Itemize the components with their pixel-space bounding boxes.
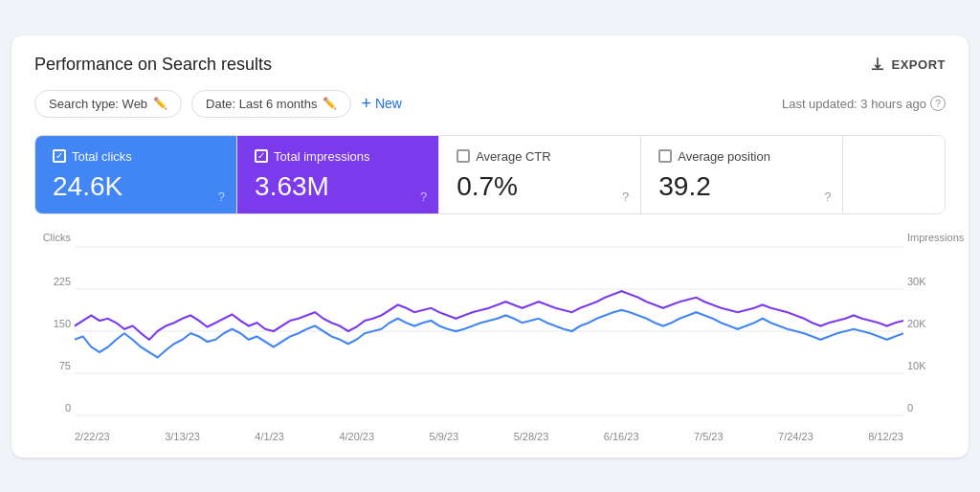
export-icon [869, 56, 886, 73]
x-label-0: 2/22/23 [75, 431, 110, 442]
plus-icon: + [361, 95, 371, 112]
y-axis-left: Clicks 225 150 75 0 [34, 232, 71, 414]
main-card: Performance on Search results EXPORT Sea… [11, 35, 969, 458]
x-labels: 2/22/23 3/13/23 4/1/23 4/20/23 5/9/23 5/… [75, 431, 903, 442]
y-left-title: Clicks [43, 232, 71, 243]
help-icon: ? [930, 96, 946, 111]
position-help-icon[interactable]: ? [824, 190, 831, 204]
impressions-checkbox[interactable] [255, 149, 268, 163]
chart-svg [75, 247, 903, 415]
metric-position[interactable]: Average position 39.2 ? [641, 136, 843, 213]
last-updated: Last updated: 3 hours ago ? [782, 96, 946, 111]
metrics-row: Total clicks 24.6K ? Total impressions 3… [34, 135, 946, 214]
position-checkbox[interactable] [658, 149, 672, 163]
x-label-7: 7/5/23 [694, 431, 724, 442]
search-type-edit-icon: ✏️ [153, 97, 167, 110]
date-edit-icon: ✏️ [323, 97, 337, 110]
y-axis-right: Impressions 30K 20K 10K 0 [907, 232, 946, 414]
x-label-5: 5/28/23 [514, 431, 549, 442]
x-label-3: 4/20/23 [339, 431, 374, 442]
x-label-1: 3/13/23 [165, 431, 200, 442]
x-label-9: 8/12/23 [868, 431, 903, 442]
metric-impressions[interactable]: Total impressions 3.63M ? [237, 136, 439, 213]
y-left-225: 225 [54, 276, 71, 287]
y-left-0: 0 [65, 402, 71, 414]
filter-bar: Search type: Web ✏️ Date: Last 6 months … [34, 90, 946, 118]
clicks-value: 24.6K [53, 171, 219, 202]
clicks-label: Total clicks [72, 149, 132, 164]
y-left-75: 75 [59, 360, 71, 371]
y-right-10k: 10K [907, 360, 926, 371]
ctr-value: 0.7% [457, 171, 623, 202]
y-right-0: 0 [907, 402, 913, 414]
date-filter[interactable]: Date: Last 6 months ✏️ [191, 90, 351, 118]
metric-ctr[interactable]: Average CTR 0.7% ? [439, 136, 641, 213]
search-type-label: Search type: Web [49, 97, 147, 111]
metric-ctr-header: Average CTR [457, 149, 623, 164]
metric-position-header: Average position [658, 149, 825, 164]
position-label: Average position [678, 149, 770, 164]
chart-area: Clicks 225 150 75 0 Impressions 30K 20K … [34, 232, 946, 442]
clicks-help-icon[interactable]: ? [218, 190, 225, 204]
metric-impressions-header: Total impressions [255, 149, 421, 164]
position-value: 39.2 [658, 171, 825, 202]
metric-clicks-header: Total clicks [53, 149, 219, 164]
last-updated-text: Last updated: 3 hours ago [782, 97, 926, 111]
new-label: New [375, 96, 402, 111]
ctr-help-icon[interactable]: ? [622, 190, 629, 204]
impressions-help-icon[interactable]: ? [420, 190, 427, 204]
x-label-8: 7/24/23 [778, 431, 813, 442]
x-label-6: 6/16/23 [604, 431, 639, 442]
ctr-checkbox[interactable] [457, 149, 470, 163]
impressions-line [75, 291, 903, 340]
page-title: Performance on Search results [34, 55, 272, 75]
clicks-checkbox[interactable] [53, 149, 66, 163]
export-label: EXPORT [892, 57, 946, 72]
ctr-label: Average CTR [476, 149, 551, 164]
date-label: Date: Last 6 months [206, 97, 317, 111]
top-bar: Performance on Search results EXPORT [34, 55, 946, 75]
metric-empty [843, 136, 945, 213]
impressions-value: 3.63M [255, 171, 421, 202]
y-left-150: 150 [54, 318, 71, 329]
x-label-4: 5/9/23 [430, 431, 459, 442]
y-right-20k: 20K [907, 318, 926, 329]
new-button[interactable]: + New [361, 95, 402, 112]
search-type-filter[interactable]: Search type: Web ✏️ [34, 90, 182, 118]
export-button[interactable]: EXPORT [869, 56, 946, 73]
chart-inner [75, 247, 903, 415]
x-label-2: 4/1/23 [255, 431, 284, 442]
y-right-title: Impressions [907, 232, 964, 243]
metric-clicks[interactable]: Total clicks 24.6K ? [35, 136, 237, 213]
impressions-label: Total impressions [274, 149, 369, 164]
clicks-line [75, 310, 903, 358]
y-right-30k: 30K [907, 276, 926, 287]
